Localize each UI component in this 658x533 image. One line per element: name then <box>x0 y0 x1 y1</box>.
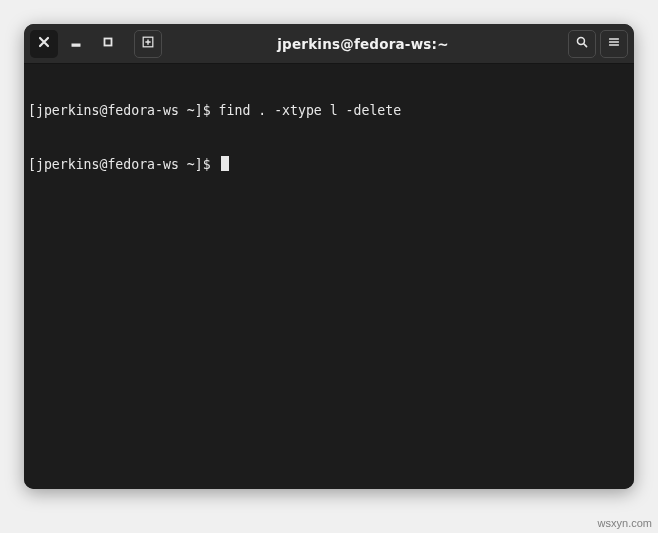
shell-prompt: [jperkins@fedora-ws ~]$ <box>28 102 219 120</box>
terminal-line: [jperkins@fedora-ws ~]$ find . -xtype l … <box>28 102 630 120</box>
terminal-line: [jperkins@fedora-ws ~]$ <box>28 156 630 174</box>
terminal-window: jperkins@fedora-ws:~ [jperkins@fedora-ws… <box>24 24 634 489</box>
window-title: jperkins@fedora-ws:~ <box>166 36 564 52</box>
close-icon <box>37 35 51 52</box>
search-button[interactable] <box>568 30 596 58</box>
maximize-button[interactable] <box>94 30 122 58</box>
close-button[interactable] <box>30 30 58 58</box>
cursor-block <box>221 156 229 171</box>
svg-rect-1 <box>105 39 112 46</box>
terminal-viewport[interactable]: [jperkins@fedora-ws ~]$ find . -xtype l … <box>24 64 634 489</box>
shell-prompt: [jperkins@fedora-ws ~]$ <box>28 156 219 174</box>
hamburger-icon <box>607 35 621 52</box>
shell-command: find . -xtype l -delete <box>219 102 402 120</box>
maximize-icon <box>101 35 115 52</box>
svg-rect-0 <box>72 44 80 46</box>
new-tab-icon <box>141 35 155 52</box>
new-tab-button[interactable] <box>134 30 162 58</box>
watermark: wsxyn.com <box>598 517 652 529</box>
minimize-button[interactable] <box>62 30 90 58</box>
titlebar: jperkins@fedora-ws:~ <box>24 24 634 64</box>
menu-button[interactable] <box>600 30 628 58</box>
minimize-icon <box>69 35 83 52</box>
search-icon <box>575 35 589 52</box>
